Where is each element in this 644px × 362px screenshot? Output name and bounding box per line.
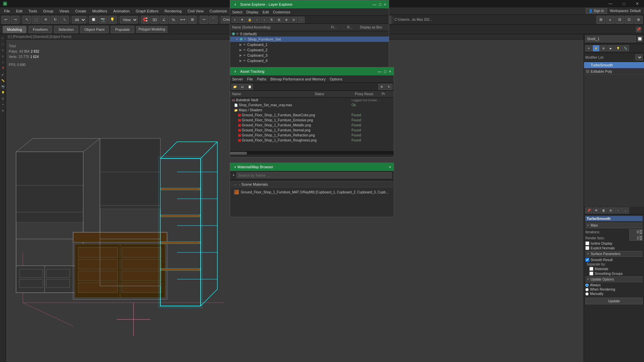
ts-always-radio[interactable]	[585, 284, 589, 287]
misc-btn2[interactable]: ≡	[606, 16, 614, 24]
scene-tree[interactable]: 👁 0 (default) ▼ 👁 Shop_Furniture_Set ▶ 👁…	[230, 31, 389, 71]
tab-object-paint[interactable]: Object Paint	[80, 26, 109, 33]
ts-smoothing-check[interactable]	[589, 272, 593, 276]
modifier-item-turbosmooth[interactable]: TurboSmooth	[584, 62, 644, 68]
se-move-btn[interactable]: ↕	[261, 17, 268, 23]
camera-btn[interactable]: 📷	[99, 16, 107, 24]
reference-dropdown[interactable]: All	[72, 16, 86, 23]
at-row-3[interactable]: Ground_Floor_Shop_1_Furniture_BaseColor.…	[230, 113, 394, 118]
ribbon-pin[interactable]: 📌	[636, 27, 641, 32]
sidebar-measure-icon[interactable]: 📏	[0, 78, 6, 83]
ts-iterations-spin[interactable]: ▲ ▼	[629, 229, 643, 235]
se-menu-select[interactable]: Select	[232, 10, 243, 14]
menu-create[interactable]: Create	[72, 8, 89, 14]
mb-close-btn[interactable]: ×	[389, 165, 391, 169]
sidebar-paint-icon[interactable]: 🖌	[0, 72, 6, 77]
at-btn3[interactable]: 📋	[246, 84, 253, 90]
mb-scene-materials-section[interactable]: — - Scene Materials	[231, 181, 392, 187]
se-maximize-btn[interactable]: □	[379, 2, 381, 6]
misc-btn4[interactable]: ⊡	[625, 16, 633, 24]
at-close-btn[interactable]: ×	[389, 69, 391, 73]
at-menu-file[interactable]: File	[247, 77, 253, 81]
ts-always-row[interactable]: Always	[585, 283, 643, 287]
align-btn[interactable]: ⊞	[188, 16, 197, 24]
sidebar-rotate-icon[interactable]: ↻	[0, 54, 6, 59]
menu-animation[interactable]: Animation	[111, 8, 132, 14]
sidebar-system-icon[interactable]: ⚙	[0, 108, 6, 113]
ts-when-rendering-row[interactable]: When Rendering	[585, 288, 643, 291]
at-row-5[interactable]: Ground_Floor_Shop_1_Furniture_Metallic.p…	[230, 123, 394, 128]
sign-in-button[interactable]: 👤 Sign In	[586, 8, 607, 14]
misc-btn3[interactable]: ⊟	[615, 16, 624, 24]
ts-smooth-check[interactable]	[585, 258, 589, 262]
modifier-item-editable-poly[interactable]: Editable Poly	[584, 68, 644, 75]
menu-rendering[interactable]: Rendering	[162, 8, 184, 14]
menu-customize[interactable]: Customize	[207, 8, 230, 14]
se-menu-edit[interactable]: Edit	[263, 10, 269, 14]
curve-btn[interactable]: 〜	[200, 16, 208, 24]
maximize-button[interactable]: □	[617, 0, 631, 7]
at-row-0[interactable]: 🗃 Autodesk Vault Logged Out (Asset ...	[230, 98, 394, 103]
se-sort-btn[interactable]: ⇅	[268, 17, 275, 23]
ts-isoline-row[interactable]: Isoline Display	[585, 241, 643, 245]
spinner-btn[interactable]: %	[169, 16, 178, 24]
se-collapse-btn[interactable]: ⊖	[290, 17, 297, 23]
minimize-button[interactable]: —	[604, 0, 617, 7]
ts-iter-up[interactable]: ▲	[639, 229, 643, 232]
modify-panel-btn[interactable]: ⚡	[593, 45, 599, 51]
at-file-table[interactable]: 🗃 Autodesk Vault Logged Out (Asset ... 📄…	[230, 98, 394, 151]
at-row-6[interactable]: Ground_Floor_Shop_1_Furniture_Normal.png…	[230, 128, 394, 133]
ms-show-btn[interactable]: 👁	[593, 207, 599, 214]
at-refresh-btn[interactable]: ↻	[386, 84, 392, 90]
ts-materials-check[interactable]	[589, 267, 593, 271]
tab-freeform[interactable]: Freeform	[29, 26, 52, 33]
tab-populate[interactable]: Populate	[111, 26, 134, 33]
curve2-btn[interactable]: ⌒	[209, 16, 218, 24]
ts-explicit-row[interactable]: Explicit Normals	[585, 246, 643, 250]
scale-button[interactable]: ⤡	[60, 16, 69, 24]
ts-iter-down[interactable]: ▼	[639, 232, 643, 235]
move-button[interactable]: ✛	[41, 16, 50, 24]
view-dropdown[interactable]: View	[120, 16, 138, 23]
display-panel-btn[interactable]: 💡	[615, 45, 622, 51]
ts-render-iters-input[interactable]	[629, 235, 639, 241]
at-scrollbar-h[interactable]	[230, 151, 394, 155]
ts-isoline-check[interactable]	[585, 241, 589, 245]
tree-row-3[interactable]: ▶ 👁 Cupboard_2	[230, 47, 389, 53]
hierarchy-panel-btn[interactable]: ⊞	[600, 45, 607, 51]
ms-down-btn[interactable]: ↓	[622, 207, 629, 214]
tree-row-4[interactable]: ▶ 👁 Cupboard_3	[230, 53, 389, 58]
se-group-btn[interactable]: ⊞	[276, 17, 282, 23]
angle-snap-btn[interactable]: ∠	[160, 16, 168, 24]
se-menu-customize[interactable]: Customize	[273, 10, 290, 14]
at-minimize-btn[interactable]: —	[378, 69, 381, 73]
at-settings-btn[interactable]: ⚙	[378, 84, 385, 90]
se-lock-btn[interactable]: 🔒	[246, 17, 253, 23]
ts-main-section[interactable]: ▼ Main	[585, 223, 643, 228]
menu-graph-editors[interactable]: Graph Editors	[133, 8, 161, 14]
at-row-7[interactable]: Ground_Floor_Shop_1_Furniture_Refraction…	[230, 133, 394, 138]
menu-civil-view[interactable]: Civil View	[185, 8, 206, 14]
snap-cycle-btn[interactable]: 3D	[150, 16, 159, 24]
mirror-btn[interactable]: ⟺	[178, 16, 187, 24]
misc-btn5[interactable]: ⊕	[634, 16, 643, 24]
at-menu-paths[interactable]: Paths	[257, 77, 266, 81]
ts-render-iters-spin[interactable]: ▲ ▼	[629, 235, 643, 241]
at-btn2[interactable]: 🗂	[239, 84, 246, 90]
create-panel-btn[interactable]: ✛	[585, 45, 592, 51]
mb-search-input[interactable]	[236, 172, 392, 178]
ms-add-btn[interactable]: ⊕	[607, 207, 614, 214]
polygon-modeling-mode[interactable]: Polygon Modeling	[136, 26, 168, 33]
se-close-btn[interactable]: ×	[384, 2, 386, 6]
workspaces-dropdown[interactable]: Workspaces: Default	[608, 8, 643, 13]
undo-button[interactable]: ↩	[1, 16, 10, 24]
ts-update-section[interactable]: ▼ Update Options	[585, 277, 643, 282]
modifier-stack[interactable]: TurboSmooth Editable Poly	[584, 62, 644, 207]
sidebar-select-icon[interactable]: ↖	[0, 36, 6, 41]
sidebar-shapes-icon[interactable]: ⬡	[0, 42, 6, 47]
obj-name-input[interactable]	[585, 36, 636, 42]
tree-row-0[interactable]: 👁 0 (default)	[230, 31, 389, 37]
obj-color-swatch[interactable]: ⬜	[637, 36, 643, 42]
ts-ri-up[interactable]: ▲	[639, 235, 643, 238]
sidebar-light-icon[interactable]: 💡	[0, 90, 6, 95]
